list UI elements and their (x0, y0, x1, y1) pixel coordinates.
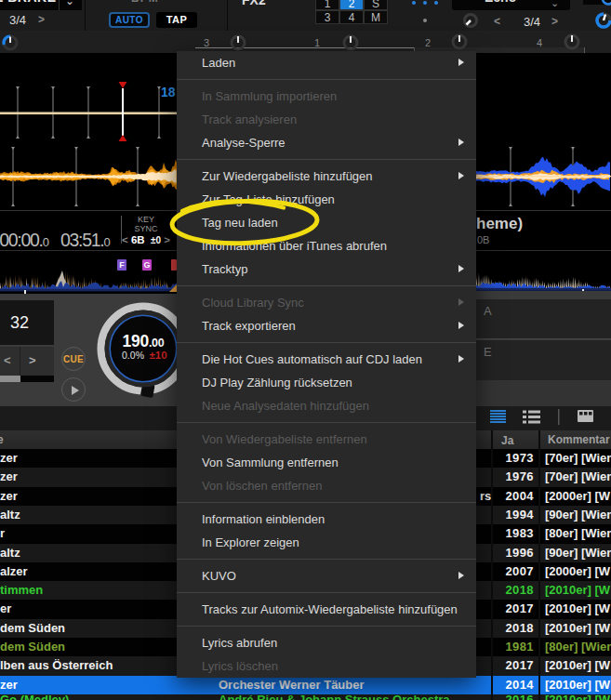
svg-text:±10: ±10 (149, 350, 166, 361)
svg-text:0.0%: 0.0% (122, 350, 144, 361)
